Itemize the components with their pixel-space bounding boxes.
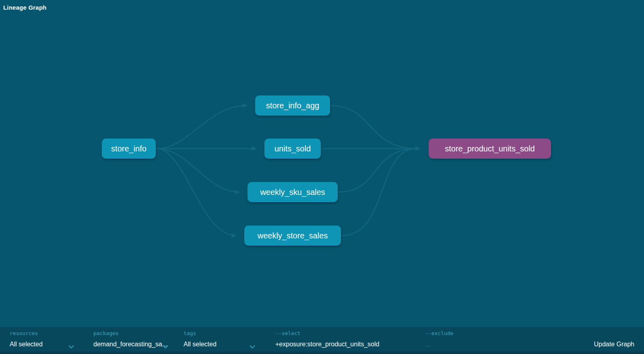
- filter-exclude-value[interactable]: ...: [425, 341, 430, 348]
- filter-select[interactable]: --select +exposure:store_product_units_s…: [275, 327, 420, 352]
- filter-exclude[interactable]: --exclude ...: [425, 327, 506, 352]
- lineage-graph-app: Lineage Graph store_info store_info_agg …: [0, 0, 644, 354]
- edge-weekly_sku_sales-store_product_units_sold: [339, 149, 417, 192]
- update-graph-button[interactable]: Update Graph: [594, 341, 634, 348]
- filter-packages-value[interactable]: demand_forecasting_sa...: [93, 341, 167, 348]
- filter-exclude-label: --exclude: [425, 330, 453, 336]
- node-store_product_units_sold[interactable]: store_product_units_sold: [429, 139, 551, 159]
- edge-weekly_store_sales-store_product_units_sold: [342, 149, 417, 236]
- node-weekly_sku_sales[interactable]: weekly_sku_sales: [248, 182, 338, 202]
- filter-select-label: --select: [275, 330, 301, 336]
- graph-filter-bar: resources All selected packages demand_f…: [0, 327, 644, 354]
- chevron-down-icon[interactable]: [250, 343, 255, 350]
- edge-store_info-weekly_sku_sales: [157, 149, 239, 192]
- filter-tags[interactable]: tags All selected: [184, 327, 257, 352]
- node-weekly_store_sales[interactable]: weekly_store_sales: [244, 226, 341, 246]
- node-units_sold[interactable]: units_sold: [264, 139, 321, 159]
- filter-packages-label: packages: [93, 330, 119, 336]
- filter-resources-label: resources: [10, 330, 38, 336]
- filter-tags-value[interactable]: All selected: [184, 341, 217, 348]
- filter-select-value[interactable]: +exposure:store_product_units_sold: [275, 341, 379, 348]
- edge-store_info_agg-store_product_units_sold: [331, 106, 417, 149]
- filter-resources-value[interactable]: All selected: [10, 341, 43, 348]
- node-store_info_agg[interactable]: store_info_agg: [255, 95, 330, 116]
- filter-packages[interactable]: packages demand_forecasting_sa...: [93, 327, 172, 352]
- filter-resources[interactable]: resources All selected: [10, 327, 75, 352]
- filter-tags-label: tags: [184, 330, 196, 336]
- chevron-down-icon[interactable]: [68, 343, 74, 350]
- chevron-down-icon[interactable]: [163, 343, 168, 350]
- edge-store_info-store_info_agg: [157, 106, 247, 149]
- node-store_info[interactable]: store_info: [102, 139, 156, 159]
- edge-store_info-weekly_store_sales: [157, 149, 236, 236]
- lineage-edges: [0, 0, 644, 354]
